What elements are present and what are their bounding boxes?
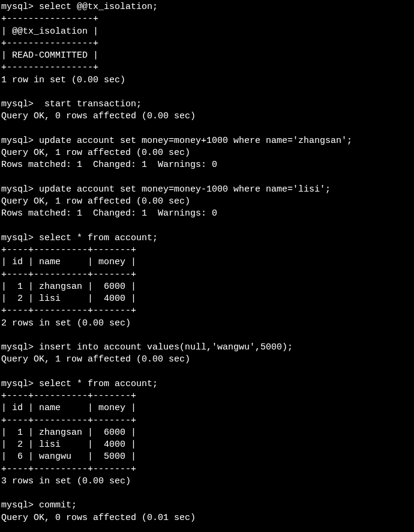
prompt: mysql> [1,184,34,195]
command-text: commit; [34,500,77,510]
rows-matched: Rows matched: 1 Changed: 1 Warnings: 0 [1,208,217,219]
prompt: mysql> [1,233,34,243]
table-row: | 2 | lisi | 4000 | [1,440,136,450]
prompt: mysql> [1,136,34,146]
command-text: select @@tx_isolation; [34,2,158,12]
table-header: | @@tx_isolation | [1,26,98,37]
terminal-output: mysql> select @@tx_isolation; +---------… [1,1,413,524]
command-text: select * from account; [34,379,158,389]
table-row: | 2 | lisi | 4000 | [1,294,136,304]
result-summary: 1 row in set (0.00 sec) [1,75,125,85]
table-border: +----+----------+-------+ [1,391,136,401]
command-text: update account set money=money+1000 wher… [34,136,352,146]
result-summary: 3 rows in set (0.00 sec) [1,476,131,486]
table-border: +----+----------+-------+ [1,270,136,280]
table-border: +----+----------+-------+ [1,464,136,474]
table-border: +----------------+ [1,62,98,73]
table-border: +----+----------+-------+ [1,245,136,255]
table-border: +----+----------+-------+ [1,416,136,426]
command-text: update account set money=money-1000 wher… [34,184,331,195]
table-border: +----+----------+-------+ [1,306,136,316]
command-text: insert into account values(null,'wangwu'… [34,342,293,352]
table-border: +----------------+ [1,38,98,49]
command-text: start transaction; [34,99,142,109]
table-row: | 1 | zhangsan | 6000 | [1,428,136,438]
result-summary: 2 rows in set (0.00 sec) [1,318,131,328]
prompt: mysql> [1,379,34,389]
query-result: Query OK, 1 row affected (0.00 sec) [1,148,190,158]
prompt: mysql> [1,99,34,109]
query-result: Query OK, 1 row affected (0.00 sec) [1,354,190,364]
table-header: | id | name | money | [1,257,136,267]
rows-matched: Rows matched: 1 Changed: 1 Warnings: 0 [1,160,217,170]
query-result: Query OK, 0 rows affected (0.01 sec) [1,513,196,523]
prompt: mysql> [1,342,34,352]
query-result: Query OK, 1 row affected (0.00 sec) [1,196,190,207]
table-row: | 6 | wangwu | 5000 | [1,452,136,462]
prompt: mysql> [1,500,34,510]
table-row: | 1 | zhangsan | 6000 | [1,282,136,292]
command-text: select * from account; [34,233,158,243]
table-header: | id | name | money | [1,403,136,413]
prompt: mysql> [1,2,34,12]
table-border: +----------------+ [1,14,98,24]
table-row: | READ-COMMITTED | [1,50,98,61]
query-result: Query OK, 0 rows affected (0.00 sec) [1,111,196,121]
